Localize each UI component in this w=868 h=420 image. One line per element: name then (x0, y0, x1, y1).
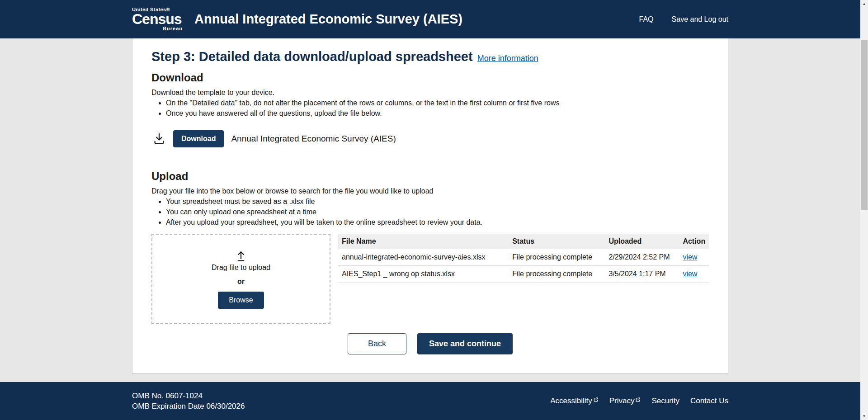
footer-link-security[interactable]: Security (651, 396, 679, 406)
uploaded-cell: 2/29/2024 2:52 PM (605, 249, 679, 266)
download-button[interactable]: Download (173, 130, 224, 147)
dropzone-or-label: or (237, 278, 245, 286)
file-dropzone[interactable]: Drag file to upload or Browse (151, 234, 330, 324)
column-header-action: Action (679, 234, 709, 249)
external-link-icon (593, 397, 599, 402)
omb-number: OMB No. 0607-1024 (132, 391, 245, 401)
logo-line-census: Census (132, 12, 183, 26)
download-notes-list: On the "Detailed data" tab, do not alter… (151, 99, 709, 118)
app-footer: OMB No. 0607-1024 OMB Expiration Date 06… (0, 382, 860, 420)
browse-button[interactable]: Browse (218, 292, 264, 309)
view-link[interactable]: view (683, 253, 697, 261)
page-title: Annual Integrated Economic Survey (AIES) (194, 12, 462, 27)
upload-note-item: Your spreadsheet must be saved as a .xls… (166, 198, 709, 206)
dropzone-label: Drag file to upload (212, 264, 270, 272)
logo-line-bureau: Bureau (132, 26, 183, 31)
upload-intro: Drag your file into the box below or bro… (151, 187, 709, 195)
scrollbar-down-arrow[interactable]: ▼ (860, 412, 868, 420)
download-heading: Download (151, 71, 709, 84)
footer-links: Accessibility Privacy (550, 396, 728, 406)
footer-link-privacy[interactable]: Privacy (609, 396, 641, 406)
view-link[interactable]: view (683, 270, 697, 278)
omb-expiration-date: OMB Expiration Date 06/30/2026 (132, 401, 245, 411)
table-row: AIES_Step1 _ wrong op status.xlsx File p… (338, 266, 709, 283)
status-cell: File processing complete (509, 249, 605, 266)
upload-icon (234, 249, 248, 263)
scrollbar-thumb[interactable] (861, 40, 868, 210)
download-icon (152, 132, 166, 146)
footer-link-accessibility[interactable]: Accessibility (550, 396, 599, 406)
header-nav: FAQ Save and Log out (639, 15, 728, 24)
status-cell: File processing complete (509, 266, 605, 283)
download-intro: Download the template to your device. (151, 89, 709, 97)
app-header: United States® Census Bureau Annual Inte… (0, 0, 860, 38)
more-information-link[interactable]: More information (477, 54, 538, 63)
uploaded-cell: 3/5/2024 1:17 PM (605, 266, 679, 283)
table-header-row: File Name Status Uploaded Action (338, 234, 709, 249)
download-file-label: Annual Integrated Economic Survey (AIES) (231, 134, 396, 144)
table-row: annual-integrated-economic-survey-aies.x… (338, 249, 709, 266)
save-and-logout-link[interactable]: Save and Log out (672, 15, 728, 24)
main-card: Step 3: Detailed data download/upload sp… (132, 38, 728, 374)
save-and-continue-button[interactable]: Save and continue (417, 333, 513, 354)
column-header-status: Status (509, 234, 605, 249)
back-button[interactable]: Back (348, 333, 406, 354)
omb-info: OMB No. 0607-1024 OMB Expiration Date 06… (132, 391, 245, 411)
upload-note-item: You can only upload one spreadsheet at a… (166, 208, 709, 216)
footer-link-contact-us[interactable]: Contact Us (690, 396, 728, 406)
file-name-cell: annual-integrated-economic-survey-aies.x… (338, 249, 509, 266)
scrollbar-up-arrow[interactable]: ▲ (860, 0, 868, 8)
uploaded-files-table: File Name Status Uploaded Action annual-… (338, 234, 709, 283)
column-header-file-name: File Name (338, 234, 509, 249)
download-section: Download Download the template to your d… (151, 71, 709, 147)
download-note-item: Once you have answered all of the questi… (166, 109, 709, 118)
step-title: Step 3: Detailed data download/upload sp… (151, 49, 473, 64)
upload-notes-list: Your spreadsheet must be saved as a .xls… (151, 198, 709, 227)
column-header-uploaded: Uploaded (605, 234, 679, 249)
scrollbar[interactable]: ▲ ▼ (860, 0, 868, 420)
upload-note-item: After you upload your spreadsheet, you w… (166, 218, 709, 227)
external-link-icon (635, 397, 641, 402)
download-note-item: On the "Detailed data" tab, do not alter… (166, 99, 709, 107)
faq-link[interactable]: FAQ (639, 15, 654, 24)
census-logo: United States® Census Bureau (132, 7, 183, 31)
upload-section: Upload Drag your file into the box below… (151, 170, 709, 354)
upload-heading: Upload (151, 170, 709, 183)
file-name-cell: AIES_Step1 _ wrong op status.xlsx (338, 266, 509, 283)
